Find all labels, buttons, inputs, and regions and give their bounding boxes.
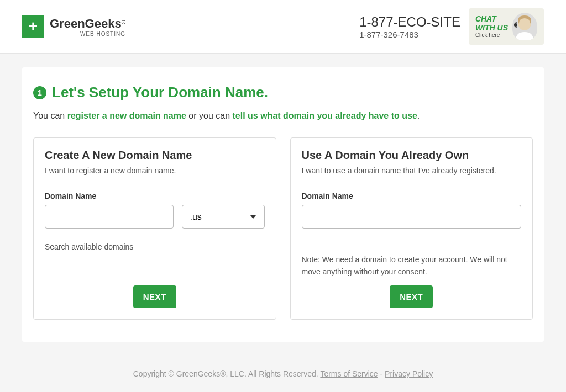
- tld-selected-value: .us: [190, 212, 202, 222]
- phone-secondary: 1-877-326-7483: [359, 30, 460, 39]
- own-domain-input-row: [302, 205, 522, 229]
- svg-point-1: [514, 23, 517, 27]
- intro-text: You can register a new domain name or yo…: [33, 111, 533, 121]
- page-title: Let's Setup Your Domain Name.: [52, 84, 268, 101]
- card-own-title: Use A Domain You Already Own: [302, 149, 522, 162]
- logo[interactable]: + GreenGeeks® WEB HOSTING: [22, 15, 125, 38]
- intro-prefix: You can: [33, 111, 67, 120]
- own-domain-label: Domain Name: [302, 192, 522, 200]
- terms-of-service-link[interactable]: Terms of Service: [320, 369, 378, 378]
- new-domain-input[interactable]: [45, 205, 174, 229]
- card-new-subtitle: I want to register a new domain name.: [45, 166, 265, 175]
- chat-line2: WITH US: [475, 24, 508, 32]
- step-badge: 1: [33, 86, 46, 99]
- plus-icon: +: [22, 15, 44, 38]
- new-domain-input-row: .us: [45, 205, 265, 229]
- chevron-down-icon: [250, 215, 256, 219]
- chat-widget[interactable]: CHAT WITH US Click here: [469, 8, 544, 45]
- brand-name: GreenGeeks: [50, 17, 122, 30]
- tld-select[interactable]: .us: [182, 205, 265, 229]
- card-new-title: Create A New Domain Name: [45, 149, 265, 162]
- new-domain-label: Domain Name: [45, 192, 265, 200]
- chat-click-here: Click here: [475, 32, 508, 38]
- intro-suffix: .: [417, 111, 420, 120]
- own-domain-input[interactable]: [302, 205, 522, 229]
- cards-row: Create A New Domain Name I want to regis…: [33, 137, 533, 320]
- page-title-row: 1 Let's Setup Your Domain Name.: [33, 84, 533, 101]
- main-content: 1 Let's Setup Your Domain Name. You can …: [22, 67, 544, 342]
- phone-section: 1-877-ECO-SITE 1-877-326-7483: [359, 14, 460, 39]
- search-helper-text: Search available domains: [45, 242, 265, 251]
- card-new-domain: Create A New Domain Name I want to regis…: [33, 137, 276, 320]
- intro-link-existing[interactable]: tell us what domain you already have to …: [232, 111, 417, 120]
- own-domain-note: Note: We need a domain to create your ac…: [302, 253, 522, 278]
- footer: Copyright © GreenGeeks®, LLC. All Rights…: [0, 342, 566, 389]
- chat-line1: CHAT: [475, 15, 508, 23]
- new-domain-next-button[interactable]: NEXT: [133, 285, 176, 308]
- footer-separator: -: [378, 369, 385, 378]
- phone-main: 1-877-ECO-SITE: [359, 14, 460, 30]
- brand-sup: ®: [122, 19, 125, 25]
- card-own-subtitle: I want to use a domain name that I've al…: [302, 166, 522, 175]
- header-right: 1-877-ECO-SITE 1-877-326-7483 CHAT WITH …: [359, 8, 544, 45]
- intro-link-register[interactable]: register a new domain name: [67, 111, 186, 120]
- support-avatar-icon: [512, 13, 537, 40]
- header: + GreenGeeks® WEB HOSTING 1-877-ECO-SITE…: [0, 0, 566, 54]
- intro-mid: or you can: [186, 111, 233, 120]
- privacy-policy-link[interactable]: Privacy Policy: [385, 369, 433, 378]
- card-own-domain: Use A Domain You Already Own I want to u…: [290, 137, 533, 320]
- copyright-text: Copyright © GreenGeeks®, LLC. All Rights…: [133, 369, 321, 378]
- own-domain-next-button[interactable]: NEXT: [390, 285, 433, 308]
- logo-text: GreenGeeks® WEB HOSTING: [50, 17, 125, 37]
- brand-tagline: WEB HOSTING: [50, 31, 125, 37]
